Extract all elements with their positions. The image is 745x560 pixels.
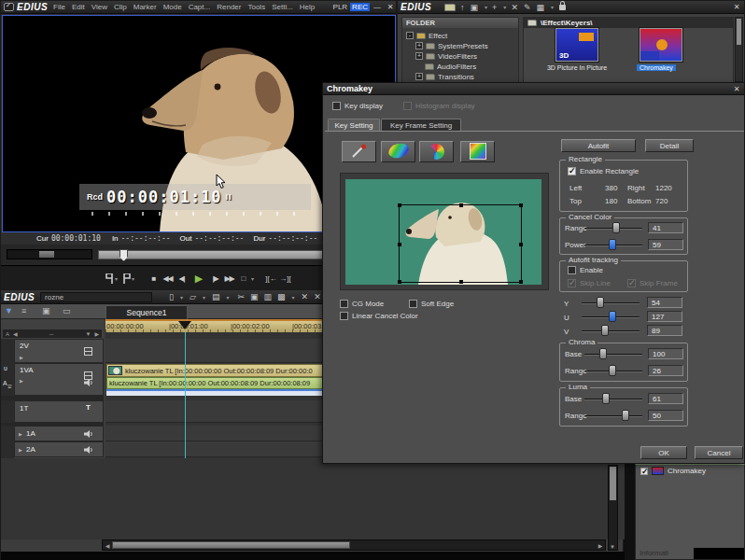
rec-mode-badge[interactable]: REC [350,3,370,11]
position-thumb[interactable] [119,249,128,261]
copy-icon[interactable]: ▣ [250,292,259,301]
resize-handle[interactable] [459,280,463,284]
tree-label-systempresets[interactable]: SystemPresets [438,42,488,50]
tab-key-setting[interactable]: Key Setting [328,119,380,131]
overwrite-mode-icon[interactable]: ▭ [63,306,71,315]
enable-rectangle-label[interactable]: Enable Rectangle [580,167,639,175]
luma-base-value[interactable]: 61 [648,393,683,404]
save-dropdown-icon[interactable]: ▾ [226,294,229,301]
v-value[interactable]: 89 [647,325,682,336]
y-thumb[interactable] [597,297,604,308]
menu-file[interactable]: File [53,3,65,11]
menu-render[interactable]: Render [217,3,241,11]
menu-view[interactable]: View [91,3,107,11]
pie-key-tool-button[interactable] [419,141,454,162]
menu-settings[interactable]: Setti... [272,3,293,11]
step-forward-button[interactable]: |▶ [208,272,222,286]
set-out-point-button[interactable]: →][ [278,272,292,286]
resize-handle[interactable] [398,243,401,246]
play-button[interactable]: ▶ [191,272,205,286]
effect-item-3dpip[interactable]: 3D 3D Picture In Picture [541,27,612,87]
luma-base-slider[interactable] [584,393,642,404]
fast-forward-button[interactable]: ▶▶ [222,272,236,286]
track-header-1va[interactable]: 1VA ▶ [14,363,104,396]
audio-mute-icon[interactable] [84,379,93,386]
resize-handle[interactable] [398,280,401,284]
cg-mode-label[interactable]: CG Mode [352,300,384,308]
menu-clip[interactable]: Clip [114,3,127,11]
lock-icon[interactable] [559,5,566,10]
playhead-marker[interactable] [178,321,191,329]
stop-button[interactable]: ■ [147,272,161,286]
audio-mute-icon[interactable] [84,446,93,454]
autofit-enable-checkbox[interactable] [568,266,576,274]
tree-node-effect[interactable]: - Effect [406,31,447,40]
v-thumb[interactable] [601,325,609,336]
menu-edit[interactable]: Edit [72,3,85,11]
menu-mode[interactable]: Mode [163,3,182,11]
cascade-dropdown-icon[interactable]: ▾ [485,4,487,10]
eyedropper-tool-button[interactable] [342,141,376,162]
sync-mode-icon[interactable]: ▼ [5,306,13,315]
display-dropdown-icon[interactable]: ▾ [251,275,254,282]
soft-edge-checkbox[interactable] [409,300,417,308]
luma-base-thumb[interactable] [602,393,610,404]
expand-icon[interactable]: + [415,42,423,49]
step-back-button[interactable]: ◀| [175,272,189,286]
track-2a-expander-icon[interactable]: ▶ [19,447,22,453]
hscroll-right-icon[interactable]: ▶ [596,542,605,549]
tree-node-videofilters[interactable]: + VideoFilters [415,51,477,61]
open-dropdown-icon[interactable]: ▾ [203,294,205,301]
view-dropdown-icon[interactable]: ▾ [551,4,554,10]
resize-handle[interactable] [519,280,523,284]
applied-effect-label[interactable]: Chromakey [668,467,706,475]
vscroll-down-icon[interactable]: ▼ [610,544,615,550]
new-sequence-icon[interactable]: ▯ [169,292,174,301]
plr-mode-label[interactable]: PLR [333,3,348,11]
resize-handle[interactable] [459,203,463,207]
cancel-range-slider[interactable] [584,222,642,233]
autofit-button[interactable]: Autofit [561,139,636,152]
resize-handle[interactable] [519,243,523,246]
tree-node-systempresets[interactable]: + SystemPresets [415,41,488,50]
hscroll-thumb[interactable] [112,541,350,549]
delete-item-icon[interactable]: ✕ [511,3,518,12]
paste-icon[interactable]: ▥ [264,292,273,301]
insert-mode-icon[interactable]: ▣ [42,306,50,315]
mark-out-flag-icon[interactable] [122,273,131,284]
menu-tools[interactable]: Tools [247,3,265,11]
u-thumb[interactable] [609,311,616,322]
timeline-hscrollbar[interactable]: ◀ ▶ [102,539,606,551]
effect-thumbnail-3dpip[interactable]: 3D [555,28,598,62]
view-grid-icon[interactable]: ▦ [536,3,544,12]
title-track-icon[interactable]: T [86,403,91,412]
new-dropdown-icon[interactable]: ▾ [180,294,183,301]
ok-button[interactable]: OK [640,446,687,459]
tree-node-transitions[interactable]: + Transitions [415,72,474,81]
linear-cancel-label[interactable]: Linear Cancel Color [352,312,418,320]
close-button[interactable]: ✕ [385,3,396,11]
luma-range-slider[interactable] [584,410,642,421]
collapse-icon[interactable]: - [406,32,414,39]
timeline-vscrollbar[interactable]: ▼ [608,465,618,551]
audio-mute-icon[interactable] [84,430,93,438]
resize-handle[interactable] [519,203,523,207]
tab-key-frame-setting[interactable]: Key Frame Setting [381,119,461,131]
header-right-icon[interactable]: ▶ [94,330,99,337]
cancel-button[interactable]: Cancel [695,446,743,459]
video-mute-icon[interactable] [84,347,92,356]
add-dropdown-icon[interactable]: ▾ [503,4,506,10]
effect-thumbnail-chromakey[interactable] [640,28,682,62]
effect-item-chromakey[interactable]: Chromakey [626,27,696,87]
tab-sequence1[interactable]: Sequence1 [105,305,188,319]
cancel-range-value[interactable]: 41 [648,222,683,233]
mark-in-flag-icon[interactable] [105,273,114,284]
up-folder-icon[interactable]: ↑ [460,3,465,12]
track-header-1a[interactable]: ▶ 1A [14,426,104,441]
ripple-delete-icon[interactable]: ✕ [302,292,309,301]
header-a-icon[interactable]: A [6,331,9,337]
bin-scrollbar-thumb[interactable] [737,19,741,45]
ellipse-key-tool-button[interactable] [381,141,415,162]
ripple-mode-icon[interactable]: ≡ [21,306,26,315]
delete-icon[interactable]: ✕ [314,292,321,301]
